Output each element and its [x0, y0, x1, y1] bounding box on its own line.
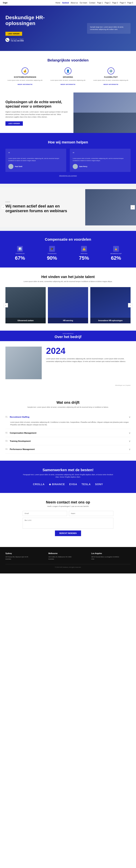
nav-contact[interactable]: Contact	[89, 2, 95, 4]
comp-2-icon: 🎓	[49, 246, 55, 252]
testimonials-title: Hoe wij mensen helpen	[5, 140, 131, 144]
footer: Sydney 45 Princes Rd, Wynnum QLD 4178 Au…	[0, 547, 136, 574]
forums-next-arrow[interactable]: ›	[131, 205, 135, 210]
talent-prev-arrow[interactable]: ‹	[4, 303, 8, 307]
accordion-3-icon: ∨	[129, 440, 131, 442]
accordion-2-label: Compensation Management	[10, 432, 129, 434]
talent-card-3: Innovatieve HR-oplossingen	[90, 287, 131, 323]
over-content: 2024 Lorem ipsum dolor sit amet, consect…	[0, 341, 136, 385]
over-image	[5, 347, 42, 379]
forums-prev-arrow[interactable]: ‹	[1, 205, 5, 210]
footer-country-sydney: Australia	[5, 558, 45, 560]
comp-1-label: Voordelen	[15, 253, 25, 254]
voordeel-3-meer[interactable]: MEER INFORMATIE	[104, 84, 118, 85]
nav-p1[interactable]: Page 1	[97, 2, 103, 4]
oplossingen-img-bottom	[73, 113, 136, 133]
author-1-avatar	[8, 164, 13, 169]
voordeel-2-meer[interactable]: MEER INFORMATIE	[61, 84, 75, 85]
author-2-avatar	[73, 164, 78, 169]
talent-card-2-label: HR-werving	[50, 319, 86, 321]
comp-2-label: Trainingen	[47, 253, 57, 254]
talent-card-1-sub: Uitvoerend zoeken	[5, 318, 46, 323]
comp-4-icon: 🏅	[113, 246, 119, 252]
accordion-1: 01. Recruitment Staffing ∨ Lorem ipsum d…	[5, 413, 131, 429]
testimonial-1: " Lorem ipsum dolor sit amet, consectetu…	[5, 149, 66, 172]
accordion-2-header[interactable]: 02. Compensation Management ∨	[5, 429, 131, 437]
partner-evga: EVGA	[69, 483, 77, 486]
author-2-name: Sam Perry	[79, 165, 88, 167]
contact-title: Neem contact met ons op	[5, 500, 131, 504]
footer-col-melbourne: Melbourne 102 Collins St, Melbourne VIC …	[48, 552, 88, 561]
comp-3-icon: ⚠️	[81, 246, 87, 252]
samenwerken-section: Samenwerken met de besten! Paragraph tex…	[0, 461, 136, 493]
contact-form: BERICHT INDIENEN	[23, 511, 113, 536]
voordeel-1-icon: 💰	[22, 67, 29, 74]
compensatie-section: Compensatie en voordelen 📊 Voordelen 67%…	[0, 231, 136, 268]
oplossingen-img-top	[73, 93, 136, 113]
compensatie-title: Compensatie en voordelen	[5, 238, 131, 242]
hero-phone-label: Bel 24 uur / 7 dagen	[10, 38, 24, 40]
nav-home[interactable]: Home	[56, 2, 60, 4]
nav-p3[interactable]: Page 3	[112, 2, 118, 4]
comp-4-value: 62%	[111, 255, 121, 261]
navigation: logo Home Aanbod About us Our team Conta…	[0, 0, 136, 6]
voordeel-3-icon: ⚙️	[107, 67, 114, 74]
voordelen-grid: 💰 KOSTENBESPARINGEN Lorem ipsum dolor si…	[5, 67, 131, 85]
hero-btn[interactable]: LEES VERDER	[5, 32, 22, 36]
contact-name-input[interactable]	[69, 511, 113, 516]
footer-col-sydney: Sydney 45 Princes Rd, Wynnum QLD 4178 Au…	[5, 552, 45, 561]
footer-addr-melbourne: 102 Collins St, Melbourne VIC 3000	[48, 556, 88, 558]
voordeel-1-desc: Lorem ipsum dolor sit amet, consectetur …	[7, 79, 43, 81]
hero-phone: 📞 Bel 24 uur / 7 dagen +31 012 345 9999	[5, 38, 68, 42]
drijft-title: Wat ons drijft	[5, 400, 131, 405]
over-header: GESCHIEDENIS Over het bedrijf	[0, 331, 136, 341]
over-img-credit: Afbeeldingen van Unsplash	[0, 385, 136, 386]
accordion-3-header[interactable]: 03. Training Development ∨	[5, 437, 131, 445]
voordeel-2: 👤 ERVARING Lorem ipsum dolor sit amet, c…	[48, 67, 88, 85]
drijft-section: Wat ons drijft Sample text. Lorem ipsum …	[0, 393, 136, 461]
comp-3-label: Werving	[80, 253, 88, 254]
over-text: Lorem ipsum dolor sit amet, consectetur …	[46, 358, 131, 363]
accordion-3-label: Training Development	[10, 440, 129, 442]
talent-section: Het vinden van het juiste talent Lorem i…	[0, 268, 136, 331]
testimonials-section: Hoe wij mensen helpen " Lorem ipsum dolo…	[0, 133, 136, 184]
talent-card-3-sub: Innovatieve HR-oplossingen	[90, 318, 131, 323]
contact-submit-button[interactable]: BERICHT INDIENEN	[55, 530, 81, 536]
accordion-2: 02. Compensation Management ∨	[5, 429, 131, 437]
talent-card-1: Uitvoerend zoeken	[5, 287, 46, 323]
oplossingen-right	[73, 93, 136, 133]
forums-content: ‹ EVENT Wij nemen actief deel aan en org…	[0, 189, 136, 225]
voordeel-1-meer[interactable]: MEER INFORMATIE	[18, 84, 32, 85]
comp-1-icon: 📊	[17, 246, 23, 252]
nav-ourteam[interactable]: Our team	[79, 2, 87, 4]
talent-next-arrow[interactable]: ›	[128, 303, 132, 307]
accordion-3-num: 03.	[5, 440, 8, 442]
nav-aanbod[interactable]: Aanbod	[62, 2, 69, 4]
nav-logo[interactable]: logo	[3, 1, 7, 4]
voordeel-1-label: KOSTENBESPARINGEN	[14, 76, 36, 78]
hero-sample-text: Sample large text. Lorem ipsum dolor sit…	[87, 23, 131, 34]
nav-aboutus[interactable]: About us	[71, 2, 78, 4]
oplossingen-left: Oplossingen uit de echte wereld, speciaa…	[0, 93, 73, 133]
partner-sony: SONY	[95, 483, 103, 486]
footer-city-sydney: Sydney	[5, 552, 45, 554]
voordelen-section: Belangrijkste voordelen 💰 KOSTENBESPARIN…	[0, 51, 136, 92]
talent-card-2-sub: HR-werving	[48, 318, 88, 323]
accordion-4: 04. Performance Management ∨	[5, 445, 131, 454]
accordion-2-icon: ∨	[129, 431, 131, 434]
accordion-4-header[interactable]: 04. Performance Management ∨	[5, 445, 131, 453]
footer-country-la: USA	[91, 558, 131, 560]
accordion-1-header[interactable]: 01. Recruitment Staffing ∨	[5, 413, 131, 421]
over-title: Over het bedrijf	[2, 335, 134, 339]
contact-email-input[interactable]	[23, 511, 67, 516]
nav-p2[interactable]: Page 2	[105, 2, 110, 4]
footer-col-la: Los Angeles 366 W Sunset Blvd, Los Angel…	[91, 552, 131, 561]
contact-message-input[interactable]	[23, 518, 113, 529]
testimonial-1-author: Paul Smit	[8, 164, 63, 169]
oplossingen-btn[interactable]: LEES VERDER	[5, 121, 23, 126]
nav-p5[interactable]: Page 5	[127, 2, 133, 4]
phone-icon: 📞	[5, 38, 9, 42]
quote-icon-1: "	[8, 152, 63, 156]
nav-p4[interactable]: Page 4	[120, 2, 126, 4]
testimonials-link[interactable]: Afbeeldingen van Unsplash	[5, 175, 131, 177]
